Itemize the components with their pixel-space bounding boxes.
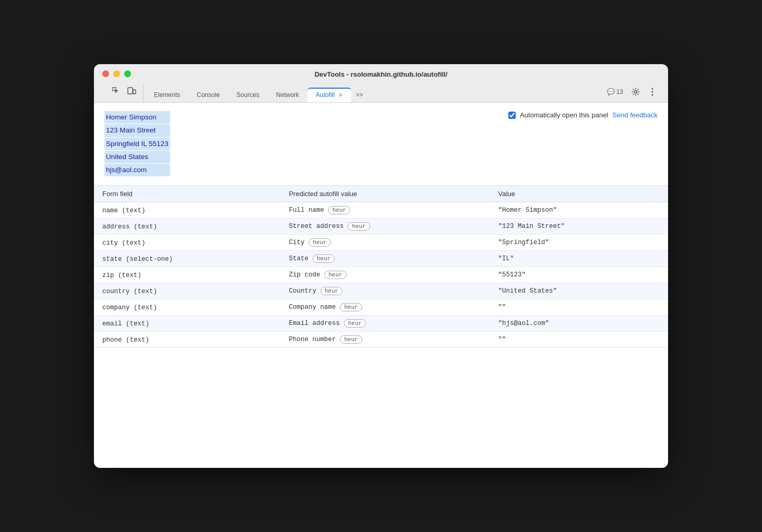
table-row: address (text)Street addressheur"123 Mai… (94, 219, 668, 235)
table-row: state (select-one)Stateheur"IL" (94, 251, 668, 267)
device-toggle-icon[interactable] (124, 83, 139, 98)
address-line-2: 123 Main Street (104, 124, 170, 137)
heur-badge: heur (320, 287, 342, 295)
predicted-label-text: State (289, 255, 308, 262)
table-row: country (text)Countryheur"United States" (94, 283, 668, 299)
table-row: city (text)Cityheur"Springfield" (94, 235, 668, 251)
svg-rect-1 (114, 87, 115, 88)
heur-badge: heur (308, 238, 330, 247)
field-name-text: state (select-one) (102, 256, 173, 263)
auto-open-checkbox[interactable] (508, 112, 516, 119)
inspect-icon[interactable] (109, 83, 123, 98)
col-header-predicted: Predicted autofill value (280, 186, 490, 202)
field-cell: zip (text) (94, 267, 280, 283)
predicted-cell: Street addressheur (280, 219, 490, 235)
address-section: Homer Simpson 123 Main Street Springfiel… (94, 103, 668, 186)
address-line-4: United States (104, 151, 170, 163)
field-name-text: country (text) (102, 288, 157, 295)
value-cell: "" (490, 332, 668, 348)
table-row: zip (text)Zip codeheur"55123" (94, 267, 668, 283)
predicted-label-text: City (289, 239, 304, 246)
address-line-1: Homer Simpson (104, 111, 170, 124)
svg-point-12 (652, 94, 653, 96)
field-name-text: zip (text) (102, 272, 141, 279)
table-row: company (text)Company nameheur"" (94, 299, 668, 316)
predicted-label-text: Company name (289, 304, 336, 311)
chat-icon: 💬 (607, 88, 615, 95)
field-cell: address (text) (94, 219, 280, 235)
title-bar: DevTools - rsolomakhin.github.io/autofil… (94, 64, 668, 103)
predicted-cell: Full nameheur (280, 202, 490, 219)
svg-point-9 (635, 91, 637, 93)
more-options-icon[interactable] (645, 84, 660, 99)
address-line-5: hjs@aol.com (104, 164, 170, 176)
value-cell: "" (490, 299, 668, 316)
predicted-label-text: Zip code (289, 271, 320, 279)
predicted-cell: Email addressheur (280, 316, 490, 332)
col-header-field: Form field (94, 186, 280, 202)
field-cell: company (text) (94, 299, 280, 316)
minimize-button[interactable] (113, 70, 120, 77)
field-name-text: email (text) (102, 320, 149, 328)
value-cell: "123 Main Street" (490, 219, 668, 235)
svg-rect-2 (112, 89, 113, 90)
field-name-text: address (text) (102, 223, 157, 231)
field-cell: state (select-one) (94, 251, 280, 267)
tab-bar: Elements Console Sources Network Autofil… (102, 83, 660, 102)
value-cell: "IL" (490, 251, 668, 267)
table-row: name (text)Full nameheur"Homer Simpson" (94, 202, 668, 219)
field-cell: city (text) (94, 235, 280, 251)
svg-rect-6 (114, 90, 118, 91)
icon-group (106, 83, 144, 102)
field-name-text: name (text) (102, 207, 146, 214)
settings-icon[interactable] (628, 84, 643, 99)
field-name-text: company (text) (102, 304, 157, 311)
main-content: Homer Simpson 123 Main Street Springfiel… (94, 103, 668, 468)
tab-elements[interactable]: Elements (146, 88, 188, 102)
tab-more-button[interactable]: >> (351, 88, 367, 102)
devtools-window: DevTools - rsolomakhin.github.io/autofil… (94, 64, 668, 468)
predicted-label-text: Country (289, 287, 316, 295)
predicted-label-text: Street address (289, 223, 343, 230)
predicted-cell: Company nameheur (280, 299, 490, 316)
svg-rect-7 (128, 88, 133, 94)
value-cell: "55123" (490, 267, 668, 283)
predicted-label-text: Email address (289, 320, 340, 327)
tab-console[interactable]: Console (188, 88, 228, 102)
table-row: phone (text)Phone numberheur"" (94, 332, 668, 348)
console-badge[interactable]: 💬 13 (604, 87, 626, 97)
field-cell: email (text) (94, 316, 280, 332)
svg-point-10 (652, 88, 653, 90)
window-title: DevTools - rsolomakhin.github.io/autofil… (315, 70, 448, 78)
value-cell: "United States" (490, 283, 668, 299)
heur-badge: heur (348, 222, 370, 231)
address-lines: Homer Simpson 123 Main Street Springfiel… (104, 111, 170, 177)
predicted-cell: Countryheur (280, 283, 490, 299)
field-name-text: phone (text) (102, 336, 149, 344)
autofill-table: Form field Predicted autofill value Valu… (94, 186, 668, 348)
value-cell: "Springfield" (490, 235, 668, 251)
address-line-3: Springfield IL 55123 (104, 138, 170, 150)
predicted-cell: Phone numberheur (280, 332, 490, 348)
tab-autofill[interactable]: Autofill ✕ (307, 88, 351, 102)
svg-rect-3 (115, 87, 116, 88)
tab-close-icon[interactable]: ✕ (338, 92, 343, 98)
maximize-button[interactable] (124, 70, 131, 77)
close-button[interactable] (102, 70, 109, 77)
value-cell: "hjs@aol.com" (490, 316, 668, 332)
predicted-cell: Stateheur (280, 251, 490, 267)
heur-badge: heur (324, 271, 346, 279)
heur-badge: heur (340, 303, 362, 311)
tab-sources[interactable]: Sources (228, 88, 268, 102)
heur-badge: heur (313, 255, 335, 263)
heur-badge: heur (344, 319, 366, 328)
predicted-cell: Zip codeheur (280, 267, 490, 283)
send-feedback-link[interactable]: Send feedback (612, 111, 658, 119)
field-cell: phone (text) (94, 332, 280, 348)
predicted-label-text: Full name (289, 207, 324, 214)
tab-network[interactable]: Network (268, 88, 307, 102)
svg-rect-4 (112, 90, 113, 91)
field-name-text: city (text) (102, 239, 146, 247)
auto-open-label: Automatically open this panel (520, 111, 608, 119)
svg-rect-8 (133, 90, 136, 94)
